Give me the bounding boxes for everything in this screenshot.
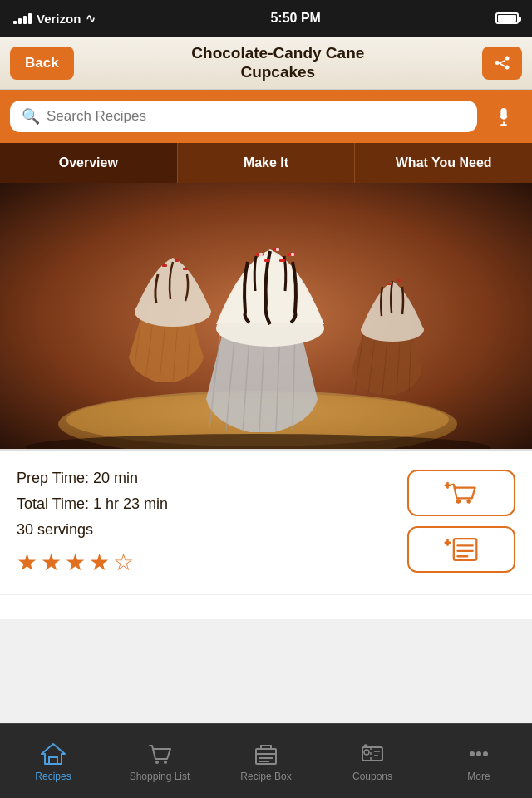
- bottom-nav: Recipes Shopping List Recipe Box Co: [0, 723, 532, 798]
- nav-label-coupons: Coupons: [352, 771, 392, 782]
- svg-point-51: [155, 761, 159, 764]
- star-2: ★: [41, 549, 62, 576]
- rating-stars: ★ ★ ★ ★ ☆: [17, 549, 168, 576]
- recipe-tabs: Overview Make It What You Need: [0, 143, 532, 183]
- svg-rect-11: [162, 264, 167, 267]
- battery-icon: [495, 12, 519, 24]
- star-1: ★: [17, 549, 37, 576]
- partial-card: [0, 594, 532, 619]
- search-bar: 🔍: [0, 90, 532, 143]
- share-icon: [492, 53, 512, 73]
- back-button[interactable]: Back: [10, 47, 74, 80]
- star-3: ★: [65, 549, 86, 576]
- search-icon: 🔍: [22, 107, 40, 126]
- star-4: ★: [89, 549, 110, 576]
- home-icon: [40, 741, 66, 767]
- prep-time-label: Prep Time:: [17, 470, 93, 486]
- star-5-half: ☆: [113, 549, 134, 576]
- nav-label-shopping-list: Shopping List: [130, 771, 190, 782]
- share-button[interactable]: [482, 47, 522, 80]
- search-input[interactable]: [47, 108, 466, 125]
- status-left: Verizon ∿: [13, 12, 96, 26]
- carrier-label: Verizon: [37, 12, 81, 26]
- tab-overview[interactable]: Overview: [0, 143, 178, 183]
- prep-time-row: Prep Time: 20 min: [17, 470, 168, 487]
- total-time-value: 1 hr 23 min: [93, 495, 168, 512]
- svg-line-0: [500, 61, 505, 63]
- add-to-list-button[interactable]: [407, 526, 515, 573]
- svg-point-64: [483, 751, 488, 756]
- svg-rect-28: [264, 259, 270, 262]
- nav-label-more: More: [467, 771, 490, 782]
- search-input-wrap: 🔍: [10, 101, 477, 132]
- nav-item-recipe-box[interactable]: Recipe Box: [213, 724, 319, 798]
- add-to-cart-button[interactable]: [407, 470, 515, 516]
- nav-item-coupons[interactable]: Coupons: [319, 724, 426, 798]
- nav-item-more[interactable]: More: [426, 724, 532, 798]
- status-time: 5:50 PM: [270, 11, 320, 26]
- svg-rect-27: [291, 253, 294, 256]
- status-bar: Verizon ∿ 5:50 PM: [0, 0, 532, 37]
- shopping-cart-icon: [146, 741, 173, 767]
- svg-rect-13: [183, 268, 188, 270]
- recipe-info-card: Prep Time: 20 min Total Time: 1 hr 23 mi…: [0, 449, 532, 594]
- total-time-row: Total Time: 1 hr 23 min: [17, 495, 168, 513]
- more-icon: [466, 741, 492, 767]
- recipe-box-icon: [253, 741, 279, 767]
- add-to-cart-icon: [443, 478, 480, 508]
- recipe-details: Prep Time: 20 min Total Time: 1 hr 23 mi…: [17, 470, 168, 576]
- svg-point-63: [476, 751, 481, 756]
- svg-point-52: [164, 761, 167, 764]
- nav-label-recipe-box: Recipe Box: [240, 771, 291, 782]
- svg-point-41: [456, 499, 461, 504]
- svg-rect-36: [387, 283, 392, 285]
- svg-marker-49: [42, 744, 65, 764]
- wifi-icon: ∿: [86, 12, 96, 25]
- signal-bars: [13, 13, 32, 24]
- page-title: Chocolate-Candy CaneCupcakes: [74, 44, 482, 82]
- nav-item-shopping-list[interactable]: Shopping List: [106, 724, 213, 798]
- tab-make-it[interactable]: Make It: [178, 143, 356, 183]
- servings-row: 30 servings: [17, 521, 168, 539]
- total-time-label: Total Time:: [17, 495, 93, 512]
- recipe-hero-image: [0, 183, 532, 449]
- svg-rect-23: [259, 253, 263, 256]
- svg-rect-25: [276, 248, 279, 251]
- svg-point-42: [466, 499, 471, 504]
- svg-rect-29: [279, 259, 285, 262]
- microphone-button[interactable]: [485, 98, 522, 135]
- status-right: [495, 12, 519, 24]
- nav-label-recipes: Recipes: [35, 771, 71, 782]
- prep-time-value: 20 min: [93, 470, 138, 486]
- coupons-icon: [359, 741, 386, 767]
- svg-line-1: [500, 63, 505, 66]
- svg-rect-50: [49, 757, 57, 764]
- svg-rect-12: [175, 259, 179, 262]
- add-to-list-icon: [443, 535, 480, 564]
- nav-item-recipes[interactable]: Recipes: [0, 724, 106, 798]
- nav-bar: Back Chocolate-Candy CaneCupcakes: [0, 37, 532, 90]
- svg-point-59: [364, 750, 369, 755]
- tab-what-you-need[interactable]: What You Need: [355, 143, 532, 183]
- svg-point-62: [470, 751, 475, 756]
- microphone-icon: [495, 107, 513, 126]
- cupcake-svg: [0, 183, 532, 449]
- svg-rect-37: [397, 279, 401, 282]
- recipe-actions: [407, 470, 515, 573]
